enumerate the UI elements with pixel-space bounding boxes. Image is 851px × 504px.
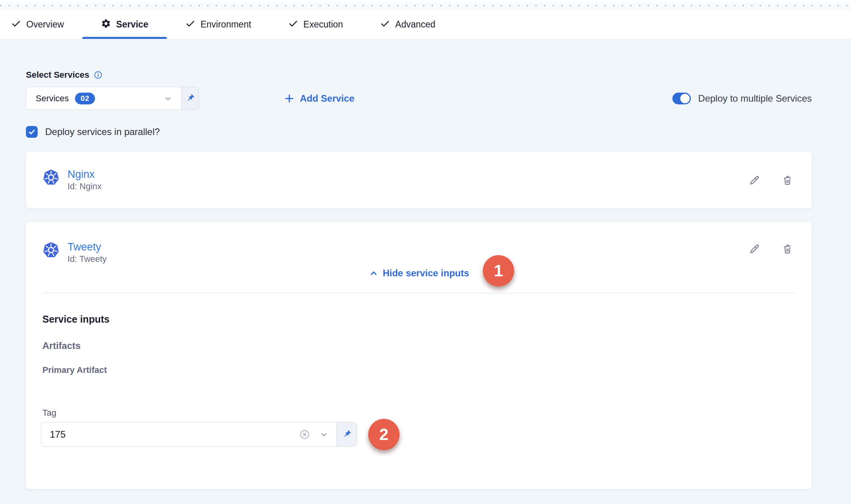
tag-input-wrap — [41, 422, 336, 446]
delete-service-button[interactable] — [781, 243, 794, 255]
service-id: Id: Tweety — [68, 253, 107, 265]
tab-advanced[interactable]: Advanced — [362, 10, 454, 39]
tab-execution[interactable]: Execution — [270, 10, 362, 39]
service-card-nginx: Nginx Id: Nginx — [26, 152, 812, 208]
edit-service-button[interactable] — [748, 174, 761, 186]
service-info: Tweety Id: Tweety — [42, 241, 107, 265]
kubernetes-icon — [42, 169, 60, 186]
select-services-label-row: Select Services — [26, 70, 812, 80]
tab-environment[interactable]: Environment — [167, 10, 270, 39]
services-count-badge: 02 — [75, 93, 95, 104]
check-icon — [380, 18, 390, 31]
delete-service-button[interactable] — [781, 174, 794, 186]
service-id: Id: Nginx — [68, 181, 102, 192]
service-inputs-heading: Service inputs — [42, 314, 110, 325]
service-name-link[interactable]: Nginx — [68, 168, 102, 181]
annotation-badge-2: 2 — [368, 419, 400, 450]
annotation-badge-1: 1 — [483, 255, 514, 287]
tab-label: Service — [116, 19, 148, 30]
deploy-multiple-services-label: Deploy to multiple Services — [698, 93, 812, 104]
add-service-label: Add Service — [300, 93, 354, 104]
service-controls-row: Services 02 Add Service — [26, 87, 812, 110]
service-actions — [748, 174, 794, 186]
services-dropdown: Services 02 — [26, 87, 199, 110]
tab-label: Execution — [303, 19, 343, 30]
chevron-down-icon[interactable] — [319, 430, 329, 439]
deploy-multiple-services-toggle[interactable] — [672, 93, 691, 104]
toggle-knob — [680, 94, 690, 103]
chevron-up-icon — [369, 268, 379, 278]
tab-label: Overview — [26, 19, 64, 30]
hide-service-inputs-label: Hide service inputs — [383, 268, 469, 279]
pin-runtime-input-button[interactable] — [181, 87, 199, 110]
kubernetes-icon — [42, 241, 60, 259]
service-name-block: Tweety Id: Tweety — [68, 241, 107, 265]
services-dropdown-field[interactable]: Services 02 — [26, 87, 181, 110]
tab-label: Environment — [201, 19, 251, 30]
add-service-button[interactable]: Add Service — [284, 93, 354, 104]
service-actions — [748, 243, 794, 255]
service-name-link[interactable]: Tweety — [68, 241, 107, 253]
dotted-border — [0, 5, 851, 6]
primary-artifact-heading: Primary Artifact — [42, 365, 107, 375]
check-icon — [185, 18, 195, 31]
services-dropdown-value: Services — [36, 93, 69, 104]
parallel-deploy-row: Deploy services in parallel? — [26, 126, 812, 138]
select-services-label: Select Services — [26, 70, 89, 80]
service-info: Nginx Id: Nginx — [42, 168, 102, 192]
service-config-page: Overview Service Environment Execution A… — [0, 0, 851, 504]
tab-label: Advanced — [395, 19, 435, 30]
edit-service-button[interactable] — [748, 243, 761, 255]
service-tab-content: Select Services Services 02 — [0, 39, 851, 504]
tag-field-label: Tag — [42, 408, 56, 418]
tab-overview[interactable]: Overview — [11, 10, 82, 39]
clear-icon[interactable] — [299, 429, 310, 440]
check-icon — [288, 18, 298, 31]
divider — [42, 293, 795, 293]
service-card-tweety: Tweety Id: Tweety Hide service inputs — [26, 222, 812, 489]
chevron-down-icon — [163, 94, 173, 103]
info-icon[interactable] — [93, 70, 103, 80]
service-name-block: Nginx Id: Nginx — [68, 168, 102, 192]
multi-service-toggle-row: Deploy to multiple Services — [672, 93, 812, 104]
tag-field — [41, 422, 357, 447]
stage-tabs: Overview Service Environment Execution A… — [0, 10, 851, 39]
stage-outline-strip — [0, 0, 851, 10]
plus-icon — [284, 93, 295, 104]
artifacts-heading: Artifacts — [42, 340, 80, 351]
gear-icon — [101, 18, 111, 31]
tag-input[interactable] — [50, 429, 290, 440]
tab-service[interactable]: Service — [82, 10, 167, 39]
pin-runtime-input-button[interactable] — [336, 422, 357, 446]
deploy-parallel-checkbox[interactable] — [26, 126, 38, 138]
check-icon — [11, 18, 21, 31]
hide-service-inputs-link[interactable]: Hide service inputs — [369, 268, 469, 279]
deploy-parallel-label: Deploy services in parallel? — [45, 126, 160, 137]
